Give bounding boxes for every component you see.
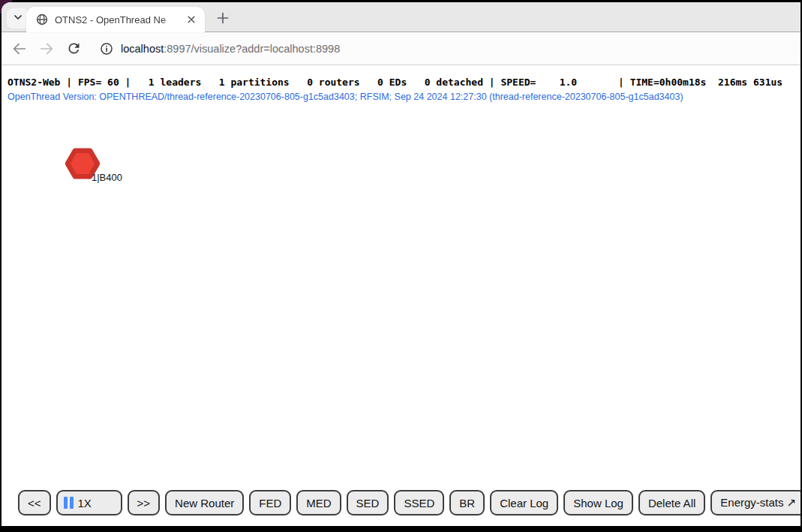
pause-icon — [64, 497, 74, 509]
address-bar[interactable]: localhost:8997/visualize?addr=localhost:… — [121, 43, 340, 55]
toolbar-button-sed[interactable]: SED — [347, 490, 389, 515]
toolbar-button-label: 1X — [78, 497, 92, 509]
url-host: localhost — [121, 43, 164, 55]
globe-favicon-icon — [36, 14, 48, 26]
toolbar-button-label: Energy-stats ↗ — [720, 496, 796, 509]
plus-icon — [216, 11, 230, 27]
tab-title: OTNS2 - OpenThread Ne — [55, 14, 185, 26]
toolbar-button-label: SED — [356, 497, 380, 509]
desktop-background: { "browser": { "tab_title": "OTNS2 - Ope… — [0, 0, 802, 532]
toolbar-button-label: FED — [259, 497, 281, 509]
toolbar-button-delete-all[interactable]: Delete All — [638, 490, 705, 515]
chevron-down-icon — [12, 11, 24, 26]
toolbar-button-show-log[interactable]: Show Log — [563, 490, 633, 515]
toolbar-button-label: Clear Log — [500, 497, 548, 509]
status-line: OTNS2-Web | FPS= 60 | 1 leaders 1 partit… — [8, 77, 782, 88]
action-toolbar: <<1X>>New RouterFEDMEDSEDSSEDBRClear Log… — [18, 490, 800, 515]
toolbar-button-energy-stats[interactable]: Energy-stats ↗ — [710, 490, 800, 515]
new-tab-button[interactable] — [212, 8, 233, 29]
version-link[interactable]: OpenThread Version: OPENTHREAD/thread-re… — [8, 92, 683, 102]
tab-close-icon[interactable] — [185, 14, 197, 26]
page-content: OTNS2-Web | FPS= 60 | 1 leaders 1 partit… — [2, 65, 800, 526]
url-path: :8997/visualize?addr=localhost:8998 — [164, 43, 340, 55]
back-button[interactable] — [11, 40, 29, 58]
browser-window: OTNS2 - OpenThread Ne — [2, 2, 800, 526]
toolbar-button-new-router[interactable]: New Router — [165, 490, 244, 515]
toolbar-button-speed-down[interactable]: << — [18, 490, 51, 515]
toolbar-button-br[interactable]: BR — [449, 490, 485, 515]
toolbar-button-label: BR — [459, 497, 475, 509]
toolbar-button-label: SSED — [404, 497, 434, 509]
site-info-icon[interactable] — [98, 40, 116, 58]
node-label: 1|B400 — [92, 172, 122, 183]
toolbar-button-ssed[interactable]: SSED — [394, 490, 444, 515]
toolbar-button-label: New Router — [175, 497, 234, 509]
tab-search-button[interactable] — [7, 8, 29, 29]
toolbar-button-speed[interactable]: 1X — [56, 490, 122, 515]
toolbar-button-label: Delete All — [648, 497, 695, 509]
toolbar-button-label: << — [28, 497, 41, 509]
toolbar-button-label: >> — [137, 497, 151, 509]
toolbar-button-med[interactable]: MED — [296, 490, 341, 515]
reload-button[interactable] — [65, 40, 83, 58]
toolbar-button-label: MED — [306, 497, 331, 509]
browser-toolbar: localhost:8997/visualize?addr=localhost:… — [2, 32, 800, 65]
tab-strip: OTNS2 - OpenThread Ne — [2, 2, 800, 32]
toolbar-button-clear-log[interactable]: Clear Log — [490, 490, 558, 515]
toolbar-button-fed[interactable]: FED — [249, 490, 291, 515]
browser-tab[interactable]: OTNS2 - OpenThread Ne — [26, 7, 205, 32]
toolbar-button-speed-up[interactable]: >> — [128, 490, 161, 515]
toolbar-button-label: Show Log — [573, 497, 623, 509]
forward-button[interactable] — [38, 40, 56, 58]
